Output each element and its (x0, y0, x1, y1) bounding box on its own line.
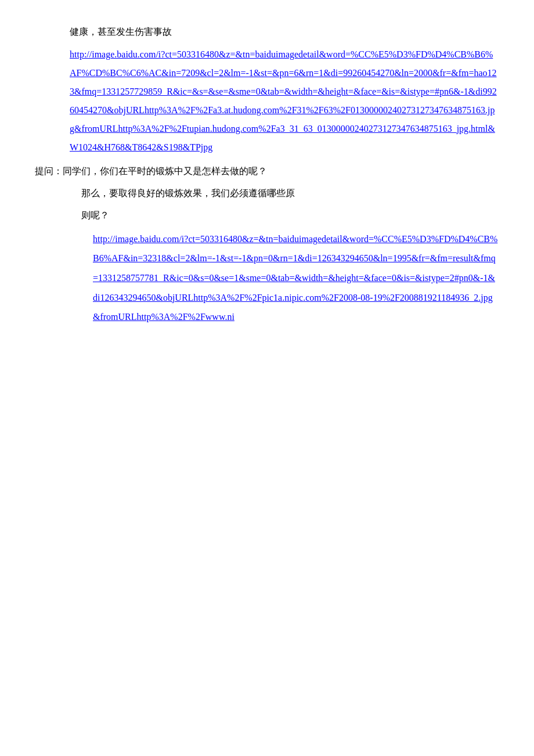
main-content: 健康，甚至发生伤害事故 http://image.baidu.com/i?ct=… (35, 23, 499, 327)
subtext-line-1: 那么，要取得良好的锻炼效果，我们必须遵循哪些原 (81, 184, 499, 203)
link-block-1: http://image.baidu.com/i?ct=503316480&z=… (70, 45, 499, 157)
question-text: 提问：同学们，你们在平时的锻炼中又是怎样去做的呢？ (35, 163, 499, 180)
baidu-image-link-2[interactable]: http://image.baidu.com/i?ct=503316480&z=… (93, 229, 499, 327)
health-text: 健康，甚至发生伤害事故 (70, 23, 499, 41)
subtext-line-2: 则呢？ (81, 206, 499, 225)
baidu-image-link-1[interactable]: http://image.baidu.com/i?ct=503316480&z=… (70, 49, 497, 152)
